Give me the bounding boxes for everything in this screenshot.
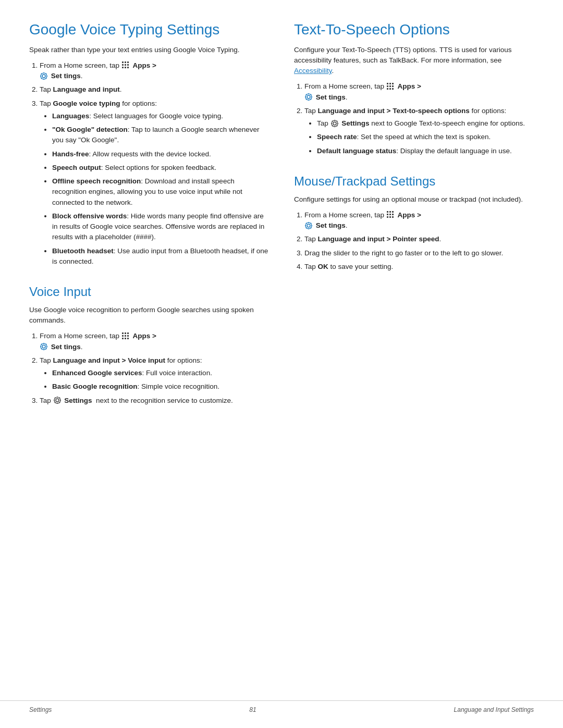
svg-line-34 [41,344,42,344]
svg-rect-22 [122,335,124,337]
settings-icon-2 [40,343,51,351]
svg-point-67 [333,122,336,125]
left-column: Google Voice Typing Settings Speak rathe… [29,21,269,697]
svg-line-74 [336,125,337,126]
svg-line-47 [54,402,55,403]
option-languages: Languages: Select languages for Google v… [52,111,269,121]
section3-step1: From a Home screen, tap [304,81,534,103]
svg-rect-48 [387,83,388,84]
section3-intro: Configure your Text-To-Speech (TTS) opti… [294,45,534,77]
settings-icon-3 [53,397,65,404]
accessibility-link[interactable]: Accessibility [294,67,332,75]
section3-steps: From a Home screen, tap [294,81,534,156]
svg-rect-51 [387,85,388,87]
svg-rect-21 [127,332,129,334]
svg-rect-6 [122,67,124,68]
svg-rect-80 [387,214,388,215]
svg-line-64 [311,99,311,100]
svg-point-57 [307,95,310,98]
svg-rect-77 [387,211,388,213]
section4-step1: From a Home screen, tap [304,210,534,231]
section4-intro: Configure settings for using an optional… [294,194,534,205]
section-google-voice-typing: Google Voice Typing Settings Speak rathe… [29,21,269,272]
apps-icon-2 [121,332,133,340]
section1-step3: Tap Google voice typing for options: Lan… [40,98,269,267]
svg-rect-55 [389,88,391,90]
footer-left: Settings [29,706,52,713]
section2-step3: Tap [40,396,269,406]
svg-point-86 [307,224,310,227]
svg-rect-50 [392,83,394,84]
section4-title: Mouse/Trackpad Settings [294,174,534,189]
page: Google Voice Typing Settings Speak rathe… [0,0,563,728]
option-offline-speech: Offline speech recognition: Download and… [52,176,269,208]
svg-rect-23 [125,335,126,337]
svg-rect-4 [125,64,126,66]
section1-step2: Tap Language and input. [40,84,269,95]
svg-line-18 [41,78,42,78]
svg-line-73 [332,120,332,121]
svg-line-46 [59,398,59,398]
svg-line-95 [306,227,307,228]
svg-rect-24 [127,335,129,337]
svg-line-16 [46,78,46,78]
svg-line-65 [311,94,311,95]
lang-input-label: Language and input [53,85,120,93]
svg-rect-8 [127,67,129,68]
svg-rect-7 [125,67,126,68]
apps-icon [121,61,133,69]
svg-point-28 [42,345,45,348]
svg-rect-83 [387,216,388,218]
svg-rect-53 [392,85,394,87]
svg-rect-5 [127,64,129,66]
svg-rect-84 [389,216,391,218]
google-voice-typing-label: Google voice typing [53,100,120,107]
apps-icon-3 [386,82,398,90]
svg-line-37 [41,349,42,349]
svg-rect-79 [392,211,394,213]
svg-rect-25 [122,338,124,339]
option-enhanced-google: Enhanced Google services: Full voice int… [52,368,269,378]
footer-center: 81 [249,706,256,713]
svg-rect-3 [122,64,124,66]
svg-rect-49 [389,83,391,84]
settings-label-2: Set tings [51,343,81,351]
svg-rect-1 [125,61,126,63]
tts-option-speech-rate: Speech rate: Set the speed at which the … [317,132,534,142]
option-speech-output: Speech output: Select options for spoken… [52,163,269,173]
svg-rect-2 [127,61,129,63]
voice-typing-options: Languages: Select languages for Google v… [40,111,269,267]
settings-icon-5 [331,119,342,127]
svg-rect-19 [122,332,124,334]
section-mouse-trackpad: Mouse/Trackpad Settings Configure settin… [294,174,534,277]
section1-steps: From a Home screen, tap [29,60,269,267]
section3-title: Text-To-Speech Options [294,21,534,39]
settings-label-3: Set tings [316,93,346,101]
tts-option-settings: Tap [317,118,534,129]
svg-line-76 [332,125,332,126]
section1-title: Google Voice Typing Settings [29,21,269,39]
settings-icon-1 [40,72,51,80]
svg-rect-81 [389,214,391,215]
option-hands-free: Hands-free: Allow requests with the devi… [52,149,269,159]
svg-line-94 [311,223,311,223]
svg-rect-26 [125,338,126,339]
section1-step1: From a Home screen, tap [40,60,269,82]
voice-input-options: Enhanced Google services: Full voice int… [40,368,269,392]
tts-options: Tap [304,118,534,156]
svg-rect-78 [389,211,391,213]
page-footer: Settings 81 Language and Input Settings [0,700,563,713]
settings-icon-4 [304,93,316,101]
section-voice-input: Voice Input Use Google voice recognition… [29,285,269,411]
svg-line-66 [306,99,307,100]
svg-rect-52 [389,85,391,87]
svg-rect-85 [392,216,394,218]
option-bluetooth: Bluetooth headset: Use audio input from … [52,246,269,267]
svg-line-93 [311,227,311,228]
section2-step1: From a Home screen, tap [40,331,269,352]
svg-rect-0 [122,61,124,63]
svg-rect-27 [127,338,129,339]
svg-line-45 [59,402,59,403]
right-column: Text-To-Speech Options Configure your Te… [294,21,534,697]
svg-line-92 [306,223,307,223]
